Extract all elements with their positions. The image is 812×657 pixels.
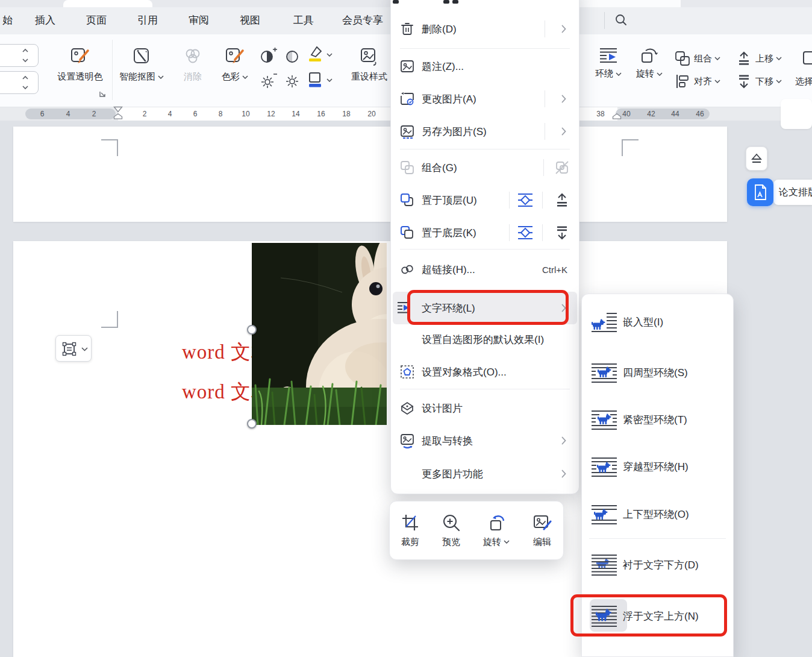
tab-member[interactable]: 会员专享: [342, 13, 383, 27]
picture-pen-icon: [70, 46, 90, 68]
menu-item-design-picture[interactable]: 设计图片: [393, 392, 577, 424]
image-resize-handle-left[interactable]: [247, 325, 257, 335]
wrap-item-through[interactable]: 穿越型环绕(H): [586, 447, 730, 486]
wrap-item-tight[interactable]: 紧密型环绕(T): [586, 400, 730, 439]
menu-item-text-wrap[interactable]: 文字环绕(L): [393, 292, 577, 324]
menu-item-more-picture-features[interactable]: 更多图片功能: [393, 457, 577, 490]
layout-options-button[interactable]: [55, 335, 92, 362]
chevron-down-icon: [776, 80, 782, 83]
chevron-down-icon: [242, 75, 248, 79]
submenu-arrow-icon: [561, 127, 566, 136]
menu-item-default-shape-effect[interactable]: 设置自选图形的默认效果(I): [393, 323, 577, 356]
page-1[interactable]: [13, 127, 727, 222]
collapse-ribbon-button[interactable]: [746, 146, 767, 171]
button-label: 设置透明色: [58, 71, 103, 83]
paper-layout-label-box[interactable]: 论文排版: [773, 180, 812, 205]
reset-style-button[interactable]: 重设样式: [349, 46, 389, 83]
tab-insert[interactable]: 插入: [35, 13, 55, 27]
rabbit-image[interactable]: [252, 243, 387, 425]
image-resize-handle-bottom-left[interactable]: [247, 419, 257, 429]
bring-front-icon: [399, 192, 415, 208]
size-width-stepper[interactable]: [0, 71, 39, 94]
decrease-brightness-button[interactable]: [283, 72, 301, 93]
button-label: 裁剪: [401, 536, 419, 548]
menu-item-object-format[interactable]: 设置对象格式(O)...: [393, 356, 577, 388]
paper-layout-tab[interactable]: [747, 178, 773, 206]
ruler-number: 14: [292, 110, 299, 118]
brightness-plus-icon: [259, 72, 277, 90]
tab-start[interactable]: 始: [2, 13, 13, 27]
picture-border-button[interactable]: [306, 71, 333, 89]
rotate-button[interactable]: 旋转: [632, 47, 666, 80]
layer-up-quick-icon[interactable]: [554, 192, 570, 208]
chevron-down-icon: [714, 57, 720, 60]
ruler-number: 20: [367, 110, 375, 118]
menu-item-extract-convert[interactable]: 提取与转换: [393, 424, 577, 457]
search-icon[interactable]: [614, 13, 628, 29]
group-button[interactable]: 组合: [675, 51, 720, 66]
wrap-item-inline[interactable]: 嵌入型(I): [586, 303, 730, 341]
increase-contrast-button[interactable]: [259, 47, 277, 68]
context-menu-clipped-icon: [393, 0, 399, 4]
highlight-color-button[interactable]: [306, 46, 333, 64]
stepper-down-icon[interactable]: [21, 57, 30, 64]
wrap-behind-quick-icon[interactable]: [517, 225, 534, 240]
tab-reference[interactable]: 引用: [137, 13, 158, 27]
picture-quick-toolbar: 裁剪 预览 旋转 编辑: [389, 501, 564, 560]
rotate-quick-button[interactable]: 旋转: [483, 514, 510, 548]
size-height-stepper[interactable]: [0, 44, 39, 67]
menu-item-bring-to-front[interactable]: 置于顶层(U): [393, 184, 577, 216]
right-indent-marker[interactable]: [612, 113, 622, 119]
tab-review[interactable]: 审阅: [189, 13, 209, 27]
preview-button[interactable]: 预览: [442, 514, 460, 548]
save-picture-icon: [399, 124, 415, 139]
tab-tools[interactable]: 工具: [293, 13, 314, 27]
menu-item-hyperlink[interactable]: 超链接(H)... Ctrl+K: [393, 253, 577, 286]
layer-down-quick-icon[interactable]: [554, 225, 570, 240]
document-tab-top[interactable]: [63, 0, 152, 7]
wrap-item-in-front[interactable]: 浮于文字上方(N): [586, 597, 730, 635]
menu-item-delete[interactable]: 删除(D): [393, 13, 577, 45]
ruler-number: 4: [168, 110, 172, 118]
tab-page[interactable]: 页面: [86, 13, 107, 27]
wrap-item-behind-text[interactable]: 衬于文字下方(D): [586, 545, 730, 584]
dialog-launcher-icon[interactable]: [99, 90, 106, 98]
group-icon: [675, 51, 690, 66]
set-transparent-color-button[interactable]: 设置透明色: [54, 46, 106, 83]
ruler-number: 4: [66, 110, 70, 118]
tab-view[interactable]: 视图: [240, 13, 260, 27]
menu-item-save-as-picture[interactable]: 另存为图片(S): [393, 115, 577, 148]
brightness-minus-icon: [283, 72, 301, 90]
decrease-contrast-button[interactable]: [283, 47, 301, 68]
wrap-item-top-bottom[interactable]: 上下型环绕(O): [586, 495, 730, 533]
increase-brightness-button[interactable]: [259, 72, 277, 93]
rotate-icon: [487, 514, 506, 532]
hanging-indent-marker[interactable]: [113, 113, 123, 119]
first-line-indent-marker[interactable]: [113, 106, 123, 113]
ruler-number: 2: [92, 110, 96, 118]
color-button[interactable]: 色彩: [217, 46, 253, 83]
stepper-up-icon[interactable]: [21, 47, 30, 54]
menu-item-send-to-back[interactable]: 置于底层(K): [393, 216, 577, 249]
crop-button[interactable]: 裁剪: [401, 514, 419, 548]
stepper-up-icon[interactable]: [21, 74, 30, 81]
smart-cutout-button[interactable]: 智能抠图: [114, 46, 169, 83]
wrap-behind-text-icon: [590, 553, 618, 576]
wrap-button[interactable]: 环绕: [592, 47, 625, 80]
move-down-button[interactable]: 下移: [736, 74, 782, 89]
wrap-front-quick-icon[interactable]: [517, 192, 534, 208]
ungroup-icon: [554, 160, 570, 175]
menu-item-change-picture[interactable]: 更改图片(A): [393, 83, 577, 115]
menu-item-caption[interactable]: 题注(Z)...: [393, 50, 577, 83]
ruler-number: 6: [40, 110, 45, 118]
stepper-down-icon[interactable]: [21, 84, 30, 91]
select-button[interactable]: 选择: [795, 51, 812, 93]
align-button[interactable]: 对齐: [675, 74, 720, 89]
menubar-divider: [604, 12, 605, 29]
move-up-button[interactable]: 上移: [736, 51, 782, 66]
edit-picture-button[interactable]: 编辑: [532, 514, 552, 548]
menu-item-group: 组合(G): [393, 151, 577, 184]
trash-icon: [399, 21, 415, 37]
shortcut-label: Ctrl+K: [542, 265, 567, 275]
wrap-item-square[interactable]: 四周型环绕(S): [586, 353, 730, 392]
